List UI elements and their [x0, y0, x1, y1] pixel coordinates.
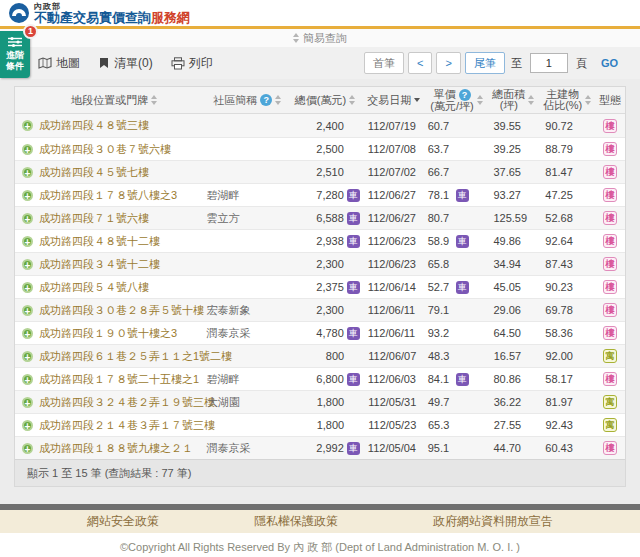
address-link[interactable]: 成功路四段７１號六樓 — [39, 211, 149, 226]
table-row[interactable]: +成功路四段３４號十二樓2,300112/06/2365.834.9487.43… — [15, 252, 625, 275]
table-row[interactable]: +成功路四段４８號十二樓2,938車112/06/2358.9車49.8692.… — [15, 229, 625, 252]
address-link[interactable]: 成功路四段４８號十二樓 — [39, 234, 160, 249]
address-link[interactable]: 成功路四段４８號三樓 — [39, 118, 149, 133]
date-cell: 112/06/07 — [362, 345, 426, 367]
area-cell: 29.06 — [487, 299, 539, 321]
table-row[interactable]: +成功路四段３０巷２８弄５號十樓宏泰新象2,300112/06/1179.129… — [15, 298, 625, 321]
address-link[interactable]: 成功路四段６１巷２５弄１１之1號二樓 — [39, 349, 232, 364]
sort-icon[interactable] — [585, 95, 591, 105]
page-number-input[interactable] — [530, 53, 568, 73]
type-badge-building: 樓 — [603, 257, 617, 271]
car-badge: 車 — [347, 212, 360, 225]
table-row[interactable]: +成功路四段４５號七樓2,510112/07/0266.737.6581.47樓 — [15, 160, 625, 183]
table-row[interactable]: +成功路四段６１巷２５弄１１之1號二樓800112/06/0748.316.57… — [15, 344, 625, 367]
table-row[interactable]: +成功路四段３２４巷２弄１９號三樓大湖園1,800112/05/3149.736… — [15, 390, 625, 413]
table-row[interactable]: +成功路四段１７８號八樓之3碧湖畔7,280車112/06/2778.1車93.… — [15, 183, 625, 206]
type-cell: 樓 — [595, 207, 625, 229]
address-link[interactable]: 成功路四段１９０號十樓之3 — [39, 326, 177, 341]
privacy-policy-link[interactable]: 隱私權保護政策 — [254, 513, 338, 530]
expand-icon[interactable]: + — [22, 167, 33, 178]
column-header-6[interactable]: 總面積(坪) — [487, 87, 539, 113]
table-row[interactable]: +成功路四段１８８號九樓之２１潤泰京采2,992車112/05/0495.144… — [15, 436, 625, 459]
expand-icon[interactable]: + — [22, 443, 33, 454]
type-badge-building: 樓 — [603, 188, 617, 202]
expand-icon[interactable]: + — [22, 351, 33, 362]
expand-icon[interactable]: + — [22, 144, 33, 155]
address-cell: +成功路四段３０巷２８弄５號十樓 — [15, 299, 206, 321]
column-header-2[interactable]: 社區簡稱? — [206, 87, 288, 113]
expand-icon[interactable]: + — [22, 397, 33, 408]
expand-icon[interactable]: + — [22, 374, 33, 385]
address-link[interactable]: 成功路四段３０巷７號六樓 — [39, 142, 171, 157]
address-link[interactable]: 成功路四段３０巷２８弄５號十樓 — [39, 303, 204, 318]
type-cell: 樓 — [595, 161, 625, 183]
ratio-cell: 69.78 — [539, 299, 595, 321]
list-button[interactable]: 清單(0) — [98, 55, 153, 72]
table-header-row: 地段位置或門牌社區簡稱?總價(萬元)交易日期單價?(萬元/坪)總面積(坪)主建物… — [15, 87, 625, 114]
table-row[interactable]: +成功路四段３０巷７號六樓2,500112/07/0863.739.2588.7… — [15, 137, 625, 160]
advanced-filter-tab[interactable]: 1 進階 條件 — [0, 31, 30, 78]
open-data-link[interactable]: 政府網站資料開放宣告 — [433, 513, 553, 530]
table-row[interactable]: +成功路四段７１號六樓雲立方6,588車112/06/2780.7125.595… — [15, 206, 625, 229]
expand-icon[interactable]: + — [22, 305, 33, 316]
sort-icon[interactable] — [528, 95, 534, 105]
column-header-3[interactable]: 總價(萬元) — [288, 87, 362, 113]
moi-logo-icon — [8, 2, 30, 24]
last-page-button[interactable]: 尾筆 — [465, 52, 505, 74]
column-header-4[interactable]: 交易日期 — [362, 87, 426, 113]
table-row[interactable]: +成功路四段１７８號二十五樓之1碧湖畔6,800車112/06/0384.1車8… — [15, 367, 625, 390]
expand-icon[interactable]: + — [22, 190, 33, 201]
help-icon[interactable]: ? — [459, 89, 471, 101]
table-row[interactable]: +成功路四段１９０號十樓之3潤泰京采4,780車112/06/1193.264.… — [15, 321, 625, 344]
address-link[interactable]: 成功路四段１８８號九樓之２１ — [39, 441, 193, 456]
prev-page-button[interactable]: < — [408, 52, 432, 74]
map-button[interactable]: 地圖 — [38, 55, 80, 72]
sort-desc-icon[interactable] — [414, 98, 420, 102]
car-badge: 車 — [456, 373, 469, 386]
expand-icon[interactable]: + — [22, 120, 33, 131]
table-row[interactable]: +成功路四段５４號八樓2,375車112/06/1452.7車45.0590.2… — [15, 275, 625, 298]
expand-icon[interactable]: + — [22, 420, 33, 431]
unit-price-cell: 60.7 — [426, 114, 488, 137]
date-cell: 112/05/31 — [362, 391, 426, 413]
address-link[interactable]: 成功路四段１７８號八樓之3 — [39, 188, 177, 203]
address-link[interactable]: 成功路四段３２４巷２弄１９號三樓 — [39, 395, 215, 410]
type-badge-building: 樓 — [603, 234, 617, 248]
table-row[interactable]: +成功路四段２１４巷３弄１７號三樓1,800112/05/2365.327.55… — [15, 413, 625, 436]
address-link[interactable]: 成功路四段１７８號二十五樓之1 — [39, 372, 199, 387]
column-header-5[interactable]: 單價?(萬元/坪) — [426, 87, 488, 113]
area-cell: 37.65 — [487, 161, 539, 183]
address-link[interactable]: 成功路四段３４號十二樓 — [39, 257, 160, 272]
sort-icon[interactable] — [151, 95, 157, 105]
area-cell: 64.50 — [487, 322, 539, 344]
page-label: 頁 — [576, 56, 587, 71]
table-row[interactable]: +成功路四段４８號三樓2,400112/07/1960.739.5590.72樓 — [15, 114, 625, 137]
simple-query-toggle[interactable]: 簡易查詢 — [0, 29, 640, 47]
go-button[interactable]: GO — [593, 52, 626, 74]
expand-icon[interactable]: + — [22, 328, 33, 339]
address-link[interactable]: 成功路四段５４號八樓 — [39, 280, 149, 295]
expand-icon[interactable]: + — [22, 236, 33, 247]
first-page-button[interactable]: 首筆 — [364, 52, 404, 74]
expand-icon[interactable]: + — [22, 259, 33, 270]
sort-icon[interactable] — [349, 95, 355, 105]
area-cell: 39.25 — [487, 138, 539, 160]
expand-icon[interactable]: + — [22, 282, 33, 293]
next-page-button[interactable]: > — [436, 52, 460, 74]
type-cell: 樓 — [595, 253, 625, 275]
column-header-1[interactable]: 地段位置或門牌 — [15, 87, 206, 113]
address-cell: +成功路四段４８號三樓 — [15, 114, 206, 137]
total-price-cell: 2,400 — [288, 114, 362, 137]
column-header-7[interactable]: 主建物佔比(%) — [539, 87, 595, 113]
sort-icon[interactable] — [477, 95, 483, 105]
address-link[interactable]: 成功路四段４５號七樓 — [39, 165, 149, 180]
area-cell: 34.94 — [487, 253, 539, 275]
ratio-cell: 58.17 — [539, 368, 595, 390]
security-policy-link[interactable]: 網站安全政策 — [87, 513, 159, 530]
sort-icon[interactable] — [275, 95, 281, 105]
total-price-cell: 2,300 — [288, 299, 362, 321]
expand-icon[interactable]: + — [22, 213, 33, 224]
help-icon[interactable]: ? — [260, 94, 272, 106]
print-button[interactable]: 列印 — [171, 55, 213, 72]
address-link[interactable]: 成功路四段２１４巷３弄１７號三樓 — [39, 418, 215, 433]
